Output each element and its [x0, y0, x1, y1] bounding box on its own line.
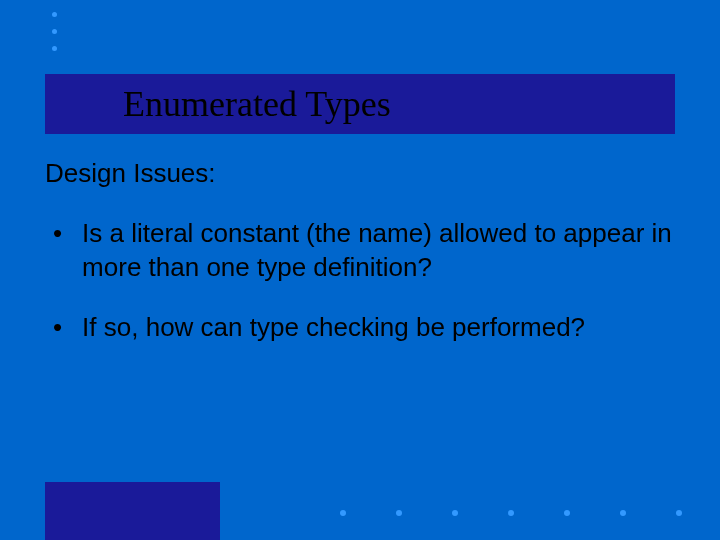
- dot-icon: [508, 510, 514, 516]
- dot-icon: [52, 46, 57, 51]
- list-item: • Is a literal constant (the name) allow…: [45, 217, 685, 285]
- bullet-list: • Is a literal constant (the name) allow…: [45, 217, 685, 344]
- decorative-dots-bottom: [340, 510, 682, 516]
- dot-icon: [620, 510, 626, 516]
- dot-icon: [52, 12, 57, 17]
- subheading: Design Issues:: [45, 158, 685, 189]
- bullet-text: Is a literal constant (the name) allowed…: [82, 217, 685, 285]
- title-bar: Enumerated Types: [45, 74, 675, 134]
- footer-block: [45, 482, 220, 540]
- dot-icon: [452, 510, 458, 516]
- dot-icon: [676, 510, 682, 516]
- decorative-dots-top: [52, 12, 57, 51]
- dot-icon: [396, 510, 402, 516]
- dot-icon: [340, 510, 346, 516]
- bullet-marker-icon: •: [45, 311, 82, 345]
- dot-icon: [564, 510, 570, 516]
- dot-icon: [52, 29, 57, 34]
- slide-title: Enumerated Types: [123, 83, 391, 125]
- bullet-text: If so, how can type checking be performe…: [82, 311, 685, 345]
- list-item: • If so, how can type checking be perfor…: [45, 311, 685, 345]
- bullet-marker-icon: •: [45, 217, 82, 285]
- slide-content: Design Issues: • Is a literal constant (…: [45, 158, 685, 370]
